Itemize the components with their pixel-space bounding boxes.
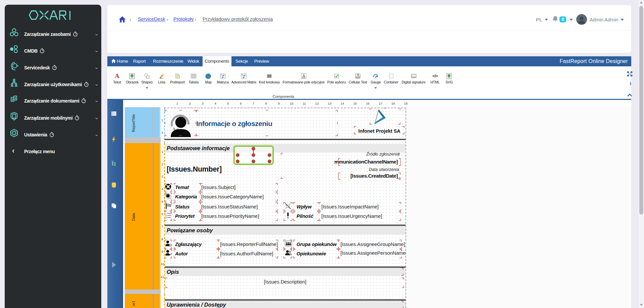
svg-text:A: A: [303, 74, 305, 77]
svg-text:A: A: [357, 74, 359, 77]
